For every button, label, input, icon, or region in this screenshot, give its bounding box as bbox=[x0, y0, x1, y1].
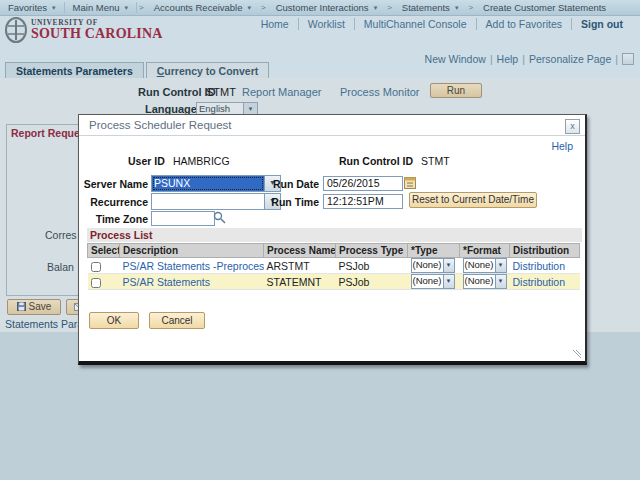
dialog-title: Process Scheduler Request bbox=[79, 115, 585, 136]
save-disk-icon bbox=[17, 302, 26, 311]
distribution-link[interactable]: Distribution bbox=[513, 276, 566, 288]
process-name-cell: ARSTMT bbox=[264, 258, 336, 274]
user-id-value: HAMBRICG bbox=[173, 155, 230, 167]
chevron-down-icon[interactable]: ▼ bbox=[443, 259, 454, 272]
breadcrumb-statements[interactable]: Statements bbox=[394, 2, 467, 13]
breadcrumb-accounts-receivable[interactable]: Accounts Receivable bbox=[146, 2, 259, 13]
chevron-down-icon[interactable]: ▼ bbox=[443, 275, 454, 288]
user-id-label: User ID bbox=[128, 155, 165, 167]
page-links: New Window | Help | Personalize Page | bbox=[425, 53, 634, 65]
type-value: (None) bbox=[412, 275, 443, 288]
page-chrome: Favorites Main Menu > Accounts Receivabl… bbox=[0, 0, 640, 78]
multichannel-console-link[interactable]: MultiChannel Console bbox=[354, 18, 476, 30]
resize-grip[interactable] bbox=[573, 350, 581, 358]
new-window-link[interactable]: New Window bbox=[425, 53, 486, 65]
col-description: Description bbox=[120, 244, 264, 258]
chevron-down-icon[interactable]: ▼ bbox=[495, 275, 506, 288]
chevron-down-icon[interactable]: ▼ bbox=[495, 259, 506, 272]
correspondence-label: Corres bbox=[45, 229, 77, 241]
home-link[interactable]: Home bbox=[252, 18, 298, 30]
add-to-favorites-link[interactable]: Add to Favorites bbox=[476, 18, 571, 30]
col-distribution: Distribution bbox=[510, 244, 580, 258]
usc-logo-mark bbox=[4, 17, 28, 43]
time-zone-label: Time Zone bbox=[79, 213, 148, 225]
save-button[interactable]: Save bbox=[7, 299, 61, 315]
favorites-menu[interactable]: Favorites bbox=[0, 2, 64, 13]
process-scheduler-request-dialog: Process Scheduler Request x Help User ID… bbox=[78, 114, 587, 365]
breadcrumb-separator: > bbox=[259, 3, 268, 12]
recurrence-label: Recurrence bbox=[79, 196, 148, 208]
save-button-label: Save bbox=[28, 301, 51, 312]
personalize-page-link[interactable]: Personalize Page bbox=[529, 53, 611, 65]
recurrence-value bbox=[152, 194, 264, 209]
breadcrumb-current-page: Create Customer Statements bbox=[475, 2, 614, 13]
breadcrumb-separator: > bbox=[385, 3, 394, 12]
run-date-label: Run Date bbox=[249, 178, 319, 190]
distribution-link[interactable]: Distribution bbox=[513, 260, 566, 272]
table-row: PS/AR Statements -Preprocessor ARSTMT PS… bbox=[88, 258, 580, 274]
logo-line2: SOUTH CAROLINA bbox=[31, 26, 163, 42]
divider: | bbox=[490, 53, 493, 65]
divider: | bbox=[522, 53, 525, 65]
breadcrumb-separator: > bbox=[137, 3, 146, 12]
breadcrumb-customer-interactions[interactable]: Customer Interactions bbox=[268, 2, 385, 13]
format-value: (None) bbox=[464, 275, 495, 288]
select-checkbox[interactable] bbox=[91, 262, 101, 272]
table-row-selected: PS/AR Statements STATEMNT PSJob (None) ▼… bbox=[88, 274, 580, 290]
report-manager-link[interactable]: Report Manager bbox=[242, 86, 322, 98]
server-name-value: PSUNX bbox=[152, 176, 264, 191]
balance-label: Balan bbox=[47, 261, 74, 273]
table-header-row: Select Description Process Name Process … bbox=[88, 244, 580, 258]
reset-date-time-button[interactable]: Reset to Current Date/Time bbox=[409, 192, 537, 208]
process-description-link[interactable]: PS/AR Statements -Preprocessor bbox=[123, 260, 264, 272]
col-process-type: Process Type bbox=[336, 244, 408, 258]
col-format: *Format bbox=[460, 244, 510, 258]
worklist-link[interactable]: Worklist bbox=[298, 18, 354, 30]
help-link[interactable]: Help bbox=[497, 53, 519, 65]
run-control-id-value: STMT bbox=[206, 86, 236, 98]
dialog-run-control-id-value: STMT bbox=[421, 155, 450, 167]
format-select[interactable]: (None) ▼ bbox=[463, 274, 507, 289]
personalize-layout-icon[interactable] bbox=[622, 53, 634, 65]
format-select[interactable]: (None) ▼ bbox=[463, 258, 507, 273]
select-checkbox[interactable] bbox=[91, 278, 101, 288]
process-list-section-title: Process List bbox=[87, 228, 582, 242]
header-links: Home Worklist MultiChannel Console Add t… bbox=[252, 18, 632, 30]
dialog-run-control-id-label: Run Control ID bbox=[339, 155, 413, 167]
cancel-button[interactable]: Cancel bbox=[149, 312, 205, 329]
usc-logo: UNIVERSITY OF SOUTH CAROLINA bbox=[4, 17, 163, 43]
type-select[interactable]: (None) ▼ bbox=[411, 274, 455, 289]
col-process-name: Process Name bbox=[264, 244, 336, 258]
process-name-cell: STATEMNT bbox=[264, 274, 336, 290]
close-icon[interactable]: x bbox=[565, 119, 580, 134]
dialog-help-link[interactable]: Help bbox=[551, 140, 573, 152]
format-value: (None) bbox=[464, 259, 495, 272]
breadcrumb-separator: > bbox=[466, 3, 475, 12]
run-date-input[interactable]: 05/26/2015 bbox=[323, 176, 403, 191]
breadcrumb: Favorites Main Menu > Accounts Receivabl… bbox=[0, 0, 640, 16]
main-menu[interactable]: Main Menu bbox=[65, 2, 137, 13]
divider: | bbox=[615, 53, 618, 65]
run-button[interactable]: Run bbox=[430, 83, 482, 98]
type-select[interactable]: (None) ▼ bbox=[411, 258, 455, 273]
lookup-magnifier-icon[interactable] bbox=[213, 211, 226, 224]
process-type-cell: PSJob bbox=[336, 274, 408, 290]
run-control-id-label: Run Control ID bbox=[138, 86, 216, 98]
process-description-link[interactable]: PS/AR Statements bbox=[123, 276, 211, 288]
process-list-table: Select Description Process Name Process … bbox=[87, 243, 580, 290]
time-zone-input[interactable] bbox=[151, 211, 215, 226]
calendar-icon[interactable] bbox=[404, 176, 416, 189]
server-name-label: Server Name bbox=[79, 178, 148, 190]
ok-button[interactable]: OK bbox=[89, 312, 139, 329]
col-select: Select bbox=[88, 244, 120, 258]
process-monitor-link[interactable]: Process Monitor bbox=[340, 86, 419, 98]
run-time-input[interactable]: 12:12:51PM bbox=[323, 194, 403, 209]
process-type-cell: PSJob bbox=[336, 258, 408, 274]
sign-out-link[interactable]: Sign out bbox=[571, 18, 632, 30]
run-time-label: Run Time bbox=[249, 196, 319, 208]
type-value: (None) bbox=[412, 259, 443, 272]
col-type: *Type bbox=[408, 244, 460, 258]
